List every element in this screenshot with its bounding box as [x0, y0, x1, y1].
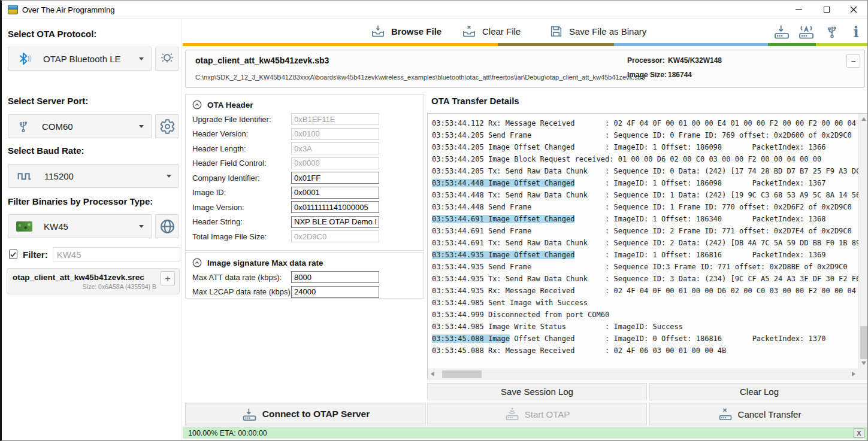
progress-statusbar: 100.00% ETA: 00:00:00 X — [183, 427, 867, 439]
connect-otap-server-label: Connect to OTAP Server — [262, 409, 370, 419]
usb-toolbar-button[interactable] — [822, 23, 842, 41]
close-icon — [850, 6, 857, 13]
protocol-hint-button[interactable] — [155, 47, 179, 71]
pcb-image — [16, 221, 32, 232]
binary-file-item[interactable]: otap_client_att_kw45b41zevk.srec Size: 0… — [7, 268, 180, 294]
protocol-dropdown[interactable]: OTAP Bluetooth LE — [8, 47, 152, 71]
inbox-download-icon — [370, 23, 386, 39]
info-icon: i — [848, 23, 864, 40]
field-input[interactable] — [291, 271, 379, 283]
field-input — [291, 157, 379, 169]
log-highlight: 03:53:44.448 Image Offset Changed — [432, 179, 574, 187]
field-input[interactable] — [291, 172, 379, 184]
maximize-button[interactable] — [816, 1, 837, 18]
field-row: Header Field Control: — [186, 156, 424, 171]
scroll-right-icon[interactable] — [852, 372, 855, 376]
field-input[interactable] — [291, 286, 379, 298]
cancel-transfer-label: Cancel Transfer — [738, 409, 802, 419]
log-row: 03:53:44.205 Tx: Send Raw Data Chunk : S… — [432, 165, 858, 177]
field-input[interactable] — [291, 216, 379, 228]
protocol-label: Select OTA Protocol: — [8, 29, 96, 39]
scrollbar-corner — [858, 369, 868, 379]
device-cancel-icon — [718, 406, 733, 422]
check-icon — [10, 251, 17, 258]
save-binary-button[interactable]: Save File as Binary — [549, 22, 646, 40]
field-input — [291, 142, 379, 154]
clear-log-label: Clear Log — [740, 387, 779, 397]
processor-web-button[interactable] — [155, 214, 179, 238]
ota-header-expander[interactable]: OTA Header — [186, 95, 424, 112]
horizontal-scroll-thumb[interactable] — [442, 370, 482, 378]
browse-file-button[interactable]: Browse File — [370, 22, 441, 40]
scroll-down-icon[interactable] — [861, 361, 866, 365]
start-otap-label: Start OTAP — [525, 409, 570, 419]
inbox-clear-icon — [461, 23, 477, 39]
processor-dropdown[interactable]: KW45 — [8, 214, 152, 238]
field-input — [291, 128, 379, 140]
collapse-file-info-button[interactable]: − — [846, 54, 860, 68]
scroll-left-icon[interactable] — [431, 372, 434, 376]
signature-section: Image signature Max data rate Max ATT da… — [185, 252, 424, 299]
log-row: 03:53:44.935 Image Offset Changed : Imag… — [432, 249, 858, 261]
field-label: Image ID: — [192, 188, 226, 197]
clear-file-button[interactable]: Clear File — [461, 22, 521, 40]
chevron-down-icon — [139, 225, 144, 228]
field-row: Header Version: — [186, 127, 424, 142]
log-highlight: 03:53:44.691 Image Offset Changed — [432, 215, 574, 223]
vertical-scroll-thumb[interactable] — [860, 326, 868, 359]
processor-value: KW45 — [44, 221, 68, 232]
close-button[interactable] — [843, 1, 864, 18]
device-download-icon — [241, 406, 258, 422]
scroll-up-icon[interactable] — [861, 117, 866, 121]
filter-checkbox[interactable] — [9, 250, 17, 259]
device-wireless-icon — [797, 23, 815, 41]
port-dropdown[interactable]: COM60 — [8, 114, 152, 138]
field-input[interactable] — [291, 187, 379, 199]
field-label: Total Image File Size: — [192, 232, 267, 241]
transfer-log: 03:53:44.112 Rx: Message Received : 02 4… — [428, 114, 858, 369]
vertical-scrollbar[interactable] — [858, 114, 868, 369]
save-binary-label: Save File as Binary — [569, 26, 646, 37]
save-session-log-button[interactable]: Save Session Log — [427, 383, 647, 400]
square-wave-icon — [16, 168, 33, 184]
field-label: Header String: — [192, 217, 243, 226]
protocol-value: OTAP Bluetooth LE — [43, 54, 121, 64]
start-otap-button: Start OTAP — [427, 403, 647, 425]
baud-dropdown[interactable]: 115200 — [8, 164, 179, 188]
globe-icon — [159, 218, 176, 235]
log-row: 03:53:44.985 Sent Image with Success — [432, 297, 858, 309]
connect-device-toolbar-button[interactable] — [772, 23, 791, 41]
log-row: 03:53:44.448 Send Frame : Sequence ID: 1… — [432, 201, 858, 213]
connect-otap-server-button[interactable]: Connect to OTAP Server — [185, 403, 426, 425]
statusbar-close-button[interactable]: X — [854, 428, 864, 438]
chevron-up-circle-icon — [192, 258, 202, 267]
clear-log-button[interactable]: Clear Log — [649, 383, 868, 400]
field-label: Header Version: — [192, 129, 248, 138]
info-toolbar-button[interactable]: i — [846, 23, 866, 41]
filter-input[interactable] — [53, 247, 180, 261]
chevron-down-icon — [139, 57, 144, 60]
field-label: Upgrade File Identifier: — [192, 115, 271, 124]
app-window: Over The Air Programming Select OTA Prot… — [0, 0, 868, 441]
lightbulb-icon — [159, 50, 176, 67]
log-row: 03:53:44.205 Image Block Request receive… — [432, 153, 858, 165]
port-settings-button[interactable] — [155, 114, 179, 138]
add-file-button[interactable]: + — [161, 271, 175, 285]
field-label: Max ATT data rate (kbps): — [192, 273, 282, 282]
clear-file-label: Clear File — [482, 26, 521, 37]
field-input — [291, 113, 379, 125]
log-row: 03:53:44.205 Send Frame : Sequence ID: 0… — [432, 129, 858, 141]
stripe-segment — [816, 43, 867, 46]
horizontal-scrollbar[interactable] — [428, 369, 858, 379]
filter-row: Filter: — [9, 247, 177, 261]
cancel-transfer-button[interactable]: Cancel Transfer — [649, 403, 868, 425]
wireless-device-toolbar-button[interactable] — [797, 23, 816, 41]
field-input — [291, 230, 379, 242]
log-row: 03:53:44.205 Image Offset Changed : Imag… — [432, 141, 858, 153]
field-input[interactable] — [291, 201, 379, 213]
stripe-segment — [614, 43, 768, 46]
ota-header-section: OTA Header Upgrade File Identifier:Heade… — [185, 94, 424, 251]
signature-expander[interactable]: Image signature Max data rate — [186, 253, 424, 270]
minimize-button[interactable] — [788, 1, 809, 18]
bluetooth-icon — [16, 51, 32, 66]
